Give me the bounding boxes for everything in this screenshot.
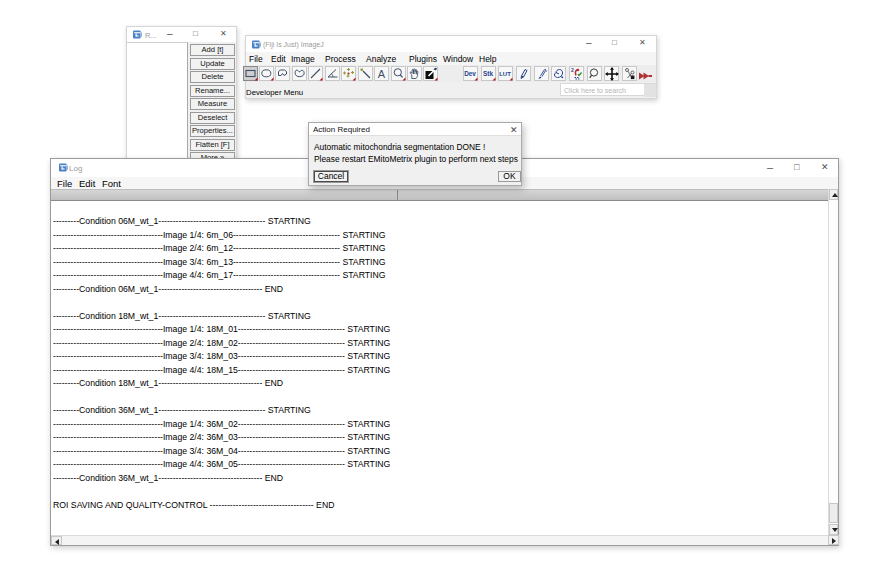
svg-text:Stk: Stk [483,70,493,77]
svg-text:2: 2 [571,67,574,73]
svg-text:Dev: Dev [464,70,476,77]
svg-text:A: A [378,68,386,80]
svg-text:LUT: LUT [499,71,511,77]
